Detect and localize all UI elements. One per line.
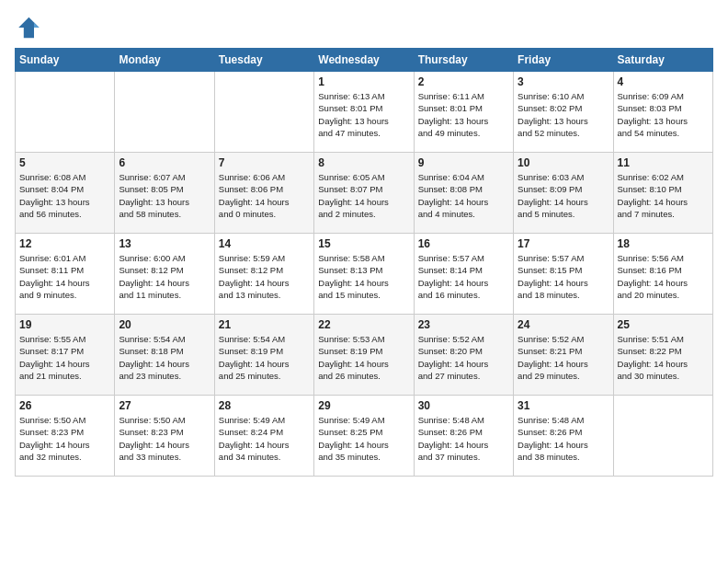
weekday-header-friday: Friday [514,49,613,72]
calendar-cell: 27Sunrise: 5:50 AM Sunset: 8:23 PM Dayli… [115,396,214,477]
cell-info: Sunrise: 5:49 AM Sunset: 8:25 PM Dayligh… [318,414,409,463]
day-number: 11 [618,156,709,169]
calendar-cell: 16Sunrise: 5:57 AM Sunset: 8:14 PM Dayli… [414,234,513,315]
calendar-cell [115,72,214,153]
calendar-cell: 8Sunrise: 6:05 AM Sunset: 8:07 PM Daylig… [314,153,414,234]
calendar-cell: 23Sunrise: 5:52 AM Sunset: 8:20 PM Dayli… [414,315,513,396]
weekday-header-sunday: Sunday [16,49,115,72]
day-number: 27 [119,399,210,412]
calendar-week-row: 1Sunrise: 6:13 AM Sunset: 8:01 PM Daylig… [16,72,713,153]
calendar-cell: 25Sunrise: 5:51 AM Sunset: 8:22 PM Dayli… [613,315,712,396]
weekday-header-tuesday: Tuesday [214,49,313,72]
day-number: 9 [418,156,509,169]
calendar-cell: 18Sunrise: 5:56 AM Sunset: 8:16 PM Dayli… [613,234,712,315]
day-number: 22 [318,318,409,331]
calendar-cell: 21Sunrise: 5:54 AM Sunset: 8:19 PM Dayli… [214,315,313,396]
calendar-cell: 24Sunrise: 5:52 AM Sunset: 8:21 PM Dayli… [514,315,613,396]
day-number: 10 [518,156,609,169]
weekday-header-wednesday: Wednesday [314,49,414,72]
calendar-week-row: 19Sunrise: 5:55 AM Sunset: 8:17 PM Dayli… [16,315,713,396]
day-number: 30 [418,399,509,412]
cell-info: Sunrise: 6:00 AM Sunset: 8:12 PM Dayligh… [119,252,210,301]
cell-info: Sunrise: 6:10 AM Sunset: 8:02 PM Dayligh… [518,90,609,139]
day-number: 12 [19,237,110,250]
cell-info: Sunrise: 6:02 AM Sunset: 8:10 PM Dayligh… [618,171,709,220]
cell-info: Sunrise: 6:03 AM Sunset: 8:09 PM Dayligh… [518,171,609,220]
calendar-cell: 30Sunrise: 5:48 AM Sunset: 8:26 PM Dayli… [414,396,513,477]
day-number: 7 [219,156,310,169]
day-number: 6 [119,156,210,169]
calendar-cell: 17Sunrise: 5:57 AM Sunset: 8:15 PM Dayli… [514,234,613,315]
cell-info: Sunrise: 5:56 AM Sunset: 8:16 PM Dayligh… [618,252,709,301]
calendar-cell: 31Sunrise: 5:48 AM Sunset: 8:26 PM Dayli… [514,396,613,477]
cell-info: Sunrise: 6:13 AM Sunset: 8:01 PM Dayligh… [318,90,409,139]
day-number: 1 [318,75,409,88]
logo-icon [15,15,40,40]
day-number: 25 [618,318,709,331]
day-number: 4 [618,75,709,88]
calendar-cell: 28Sunrise: 5:49 AM Sunset: 8:24 PM Dayli… [214,396,313,477]
cell-info: Sunrise: 6:01 AM Sunset: 8:11 PM Dayligh… [19,252,110,301]
calendar-week-row: 5Sunrise: 6:08 AM Sunset: 8:04 PM Daylig… [16,153,713,234]
calendar-cell: 14Sunrise: 5:59 AM Sunset: 8:12 PM Dayli… [214,234,313,315]
day-number: 24 [518,318,609,331]
calendar-cell: 1Sunrise: 6:13 AM Sunset: 8:01 PM Daylig… [314,72,414,153]
weekday-header-row: SundayMondayTuesdayWednesdayThursdayFrid… [16,49,713,72]
day-number: 8 [318,156,409,169]
cell-info: Sunrise: 6:11 AM Sunset: 8:01 PM Dayligh… [418,90,509,139]
page-header [15,15,713,40]
day-number: 20 [119,318,210,331]
cell-info: Sunrise: 5:48 AM Sunset: 8:26 PM Dayligh… [518,414,609,463]
cell-info: Sunrise: 6:08 AM Sunset: 8:04 PM Dayligh… [19,171,110,220]
calendar-cell: 19Sunrise: 5:55 AM Sunset: 8:17 PM Dayli… [16,315,115,396]
cell-info: Sunrise: 5:57 AM Sunset: 8:15 PM Dayligh… [518,252,609,301]
cell-info: Sunrise: 5:55 AM Sunset: 8:17 PM Dayligh… [19,333,110,382]
calendar-cell: 7Sunrise: 6:06 AM Sunset: 8:06 PM Daylig… [214,153,313,234]
day-number: 31 [518,399,609,412]
cell-info: Sunrise: 5:58 AM Sunset: 8:13 PM Dayligh… [318,252,409,301]
day-number: 15 [318,237,409,250]
day-number: 18 [618,237,709,250]
calendar-cell [613,396,712,477]
calendar-cell: 22Sunrise: 5:53 AM Sunset: 8:19 PM Dayli… [314,315,414,396]
logo [15,15,44,40]
cell-info: Sunrise: 5:52 AM Sunset: 8:20 PM Dayligh… [418,333,509,382]
day-number: 5 [19,156,110,169]
calendar-cell: 6Sunrise: 6:07 AM Sunset: 8:05 PM Daylig… [115,153,214,234]
day-number: 3 [518,75,609,88]
day-number: 14 [219,237,310,250]
calendar-cell: 20Sunrise: 5:54 AM Sunset: 8:18 PM Dayli… [115,315,214,396]
calendar-cell: 4Sunrise: 6:09 AM Sunset: 8:03 PM Daylig… [613,72,712,153]
day-number: 13 [119,237,210,250]
cell-info: Sunrise: 6:04 AM Sunset: 8:08 PM Dayligh… [418,171,509,220]
calendar-cell [16,72,115,153]
cell-info: Sunrise: 5:52 AM Sunset: 8:21 PM Dayligh… [518,333,609,382]
day-number: 17 [518,237,609,250]
cell-info: Sunrise: 5:59 AM Sunset: 8:12 PM Dayligh… [219,252,310,301]
calendar-cell: 3Sunrise: 6:10 AM Sunset: 8:02 PM Daylig… [514,72,613,153]
calendar-week-row: 12Sunrise: 6:01 AM Sunset: 8:11 PM Dayli… [16,234,713,315]
cell-info: Sunrise: 5:57 AM Sunset: 8:14 PM Dayligh… [418,252,509,301]
cell-info: Sunrise: 6:07 AM Sunset: 8:05 PM Dayligh… [119,171,210,220]
day-number: 29 [318,399,409,412]
cell-info: Sunrise: 5:50 AM Sunset: 8:23 PM Dayligh… [19,414,110,463]
weekday-header-saturday: Saturday [613,49,712,72]
calendar-cell: 13Sunrise: 6:00 AM Sunset: 8:12 PM Dayli… [115,234,214,315]
cell-info: Sunrise: 5:48 AM Sunset: 8:26 PM Dayligh… [418,414,509,463]
cell-info: Sunrise: 6:09 AM Sunset: 8:03 PM Dayligh… [618,90,709,139]
calendar-cell: 5Sunrise: 6:08 AM Sunset: 8:04 PM Daylig… [16,153,115,234]
calendar-week-row: 26Sunrise: 5:50 AM Sunset: 8:23 PM Dayli… [16,396,713,477]
calendar-cell: 12Sunrise: 6:01 AM Sunset: 8:11 PM Dayli… [16,234,115,315]
cell-info: Sunrise: 5:49 AM Sunset: 8:24 PM Dayligh… [219,414,310,463]
calendar-cell: 15Sunrise: 5:58 AM Sunset: 8:13 PM Dayli… [314,234,414,315]
cell-info: Sunrise: 5:54 AM Sunset: 8:18 PM Dayligh… [119,333,210,382]
day-number: 16 [418,237,509,250]
calendar-cell: 2Sunrise: 6:11 AM Sunset: 8:01 PM Daylig… [414,72,513,153]
day-number: 19 [19,318,110,331]
weekday-header-thursday: Thursday [414,49,513,72]
calendar-cell [214,72,313,153]
cell-info: Sunrise: 6:05 AM Sunset: 8:07 PM Dayligh… [318,171,409,220]
calendar-cell: 11Sunrise: 6:02 AM Sunset: 8:10 PM Dayli… [613,153,712,234]
cell-info: Sunrise: 6:06 AM Sunset: 8:06 PM Dayligh… [219,171,310,220]
cell-info: Sunrise: 5:50 AM Sunset: 8:23 PM Dayligh… [119,414,210,463]
